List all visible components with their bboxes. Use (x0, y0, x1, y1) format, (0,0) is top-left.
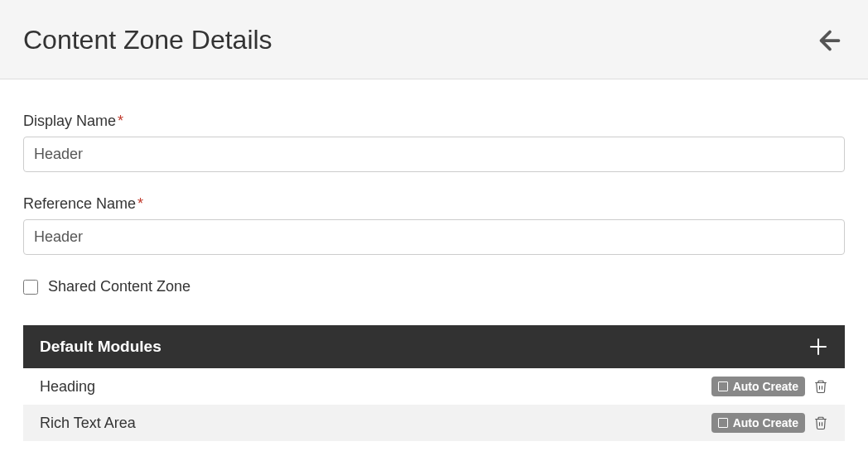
shared-content-zone-label[interactable]: Shared Content Zone (48, 278, 190, 295)
delete-module-button[interactable] (813, 415, 828, 430)
default-modules-title: Default Modules (40, 338, 162, 356)
required-indicator: * (137, 195, 143, 212)
trash-icon (813, 379, 828, 394)
back-button[interactable] (815, 26, 845, 55)
auto-create-button[interactable]: Auto Create (711, 413, 805, 433)
module-name: Rich Text Area (40, 415, 136, 432)
module-row: Heading Auto Create (23, 368, 845, 405)
reference-name-input[interactable] (23, 219, 845, 255)
trash-icon (813, 415, 828, 430)
module-list: Heading Auto Create Rich Text Area Auto … (23, 368, 845, 441)
display-name-input[interactable] (23, 137, 845, 172)
reference-name-label: Reference Name* (23, 195, 845, 213)
shared-content-zone-checkbox[interactable] (23, 280, 38, 295)
arrow-left-icon (815, 26, 845, 55)
checkbox-icon (718, 418, 728, 428)
delete-module-button[interactable] (813, 379, 828, 394)
module-name: Heading (40, 378, 95, 396)
required-indicator: * (118, 113, 123, 129)
display-name-label: Display Name* (23, 113, 845, 130)
default-modules-header: Default Modules (23, 325, 845, 368)
checkbox-icon (718, 381, 728, 391)
plus-icon (808, 337, 828, 357)
add-module-button[interactable] (808, 337, 828, 357)
page-title: Content Zone Details (23, 25, 272, 55)
module-row: Rich Text Area Auto Create (23, 405, 845, 441)
auto-create-button[interactable]: Auto Create (711, 377, 805, 396)
